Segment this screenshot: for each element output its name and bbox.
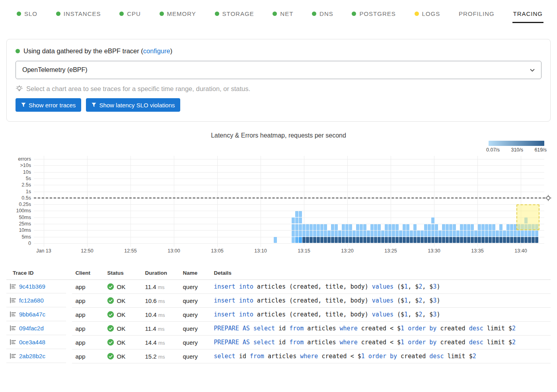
heatmap-cell — [399, 231, 402, 237]
tab-status-dot — [119, 12, 124, 16]
name-cell: query — [179, 322, 210, 336]
table-row: 9bb6a47cappOK10.4 msqueryinsert into art… — [6, 308, 551, 322]
heatmap-cell — [385, 224, 388, 230]
trace-id-link[interactable]: 0ce3a448 — [19, 339, 45, 345]
status-cell: OK — [104, 280, 142, 294]
heatmap-cell — [299, 231, 302, 237]
heatmap-cell — [446, 231, 449, 237]
heatmap-cell — [528, 237, 531, 243]
y-axis-label: 5s — [6, 175, 31, 182]
heatmap-cell — [302, 224, 306, 230]
column-header-status: Status — [104, 266, 142, 280]
trace-id-link[interactable]: fc12a680 — [19, 297, 44, 304]
tab-label: LOGS — [422, 10, 440, 17]
client-cell: app — [72, 280, 104, 294]
heatmap-cell — [349, 224, 352, 230]
status-cell: OK — [104, 322, 142, 336]
tab-label: CPU — [127, 10, 141, 17]
heatmap-cell — [299, 217, 302, 223]
heatmap-cell — [299, 237, 302, 243]
heatmap-cell — [499, 237, 502, 243]
configure-link[interactable]: configure — [143, 47, 170, 55]
tab-label: TRACING — [513, 10, 543, 17]
filter-buttons: Show error tracesShow latency SLO violat… — [16, 98, 541, 112]
heatmap-cell — [295, 211, 298, 217]
heatmap-cell — [413, 224, 417, 230]
heatmap-cell — [374, 224, 377, 230]
tab-dns[interactable]: DNS — [311, 5, 334, 23]
y-axis-label: 50ms — [6, 214, 31, 221]
heatmap-cell — [363, 224, 366, 230]
status-cell: OK — [104, 308, 142, 322]
tracer-status-text: Using data gathered by the eBPF tracer ( — [23, 47, 143, 55]
grid-line-v — [174, 156, 174, 247]
tab-cpu[interactable]: CPU — [119, 5, 142, 23]
heatmap-cell — [374, 237, 377, 243]
heatmap-cell — [335, 231, 338, 237]
heatmap-cell — [302, 231, 306, 237]
heatmap-selection[interactable] — [516, 204, 539, 230]
tab-status-dot — [160, 12, 164, 16]
heatmap-cell — [532, 237, 535, 243]
trace-id-link[interactable]: 094fac2d — [19, 325, 44, 332]
heatmap-cell — [474, 237, 477, 243]
heatmap-cell — [356, 237, 359, 243]
heatmap-cell — [306, 231, 309, 237]
x-axis-label: 13:40 — [514, 248, 527, 254]
heatmap-cell — [299, 224, 302, 230]
y-axis-label: 10ms — [6, 227, 31, 233]
tab-net[interactable]: NET — [272, 5, 294, 23]
heatmap-cell — [467, 237, 470, 243]
show-error-traces-button[interactable]: Show error traces — [16, 98, 81, 112]
heatmap-cell — [410, 237, 413, 243]
tracer-source-select[interactable]: OpenTelemetry (eBPF) — [16, 61, 541, 79]
tracer-status-dot — [16, 49, 20, 53]
tab-logs[interactable]: LOGS — [414, 5, 441, 23]
name-cell: query — [179, 308, 210, 322]
trace-icon — [10, 353, 16, 359]
x-axis-label: 13:00 — [167, 248, 180, 254]
tab-profiling[interactable]: PROFILING — [458, 5, 495, 23]
tab-slo[interactable]: SLO — [16, 5, 38, 23]
heatmap-cell — [317, 224, 320, 230]
trace-id-link[interactable]: 2ab28b2c — [19, 353, 45, 359]
heatmap-cell — [438, 237, 442, 243]
y-axis-label: 25ms — [6, 221, 31, 227]
duration-cell: 10.6 ms — [142, 294, 179, 308]
show-latency-slo-violations-button[interactable]: Show latency SLO violations — [86, 98, 180, 112]
heatmap-cell — [306, 224, 309, 230]
duration-cell: 14.4 ms — [142, 336, 179, 349]
crosshair-icon — [545, 195, 551, 201]
heatmap-cell — [403, 224, 406, 230]
x-axis-label: Jan 13 — [36, 248, 51, 254]
button-label: Show latency SLO violations — [99, 102, 175, 109]
heatmap-cell — [492, 237, 495, 243]
tab-memory[interactable]: MEMORY — [159, 5, 197, 23]
tab-postgres[interactable]: POSTGRES — [351, 5, 396, 23]
column-header-duration: Duration — [142, 266, 179, 280]
tracer-panel: Using data gathered by the eBPF tracer (… — [6, 39, 551, 122]
status-label: OK — [117, 283, 125, 290]
heatmap-cell — [367, 231, 370, 237]
heatmap-cell — [363, 231, 366, 237]
legend-min: 0.07/s — [486, 147, 500, 153]
threshold-crosshair-handle[interactable] — [545, 195, 551, 203]
latency-heatmap[interactable]: errors>10s10s5s2.5s1s0.5s0.25s100ms50ms2… — [6, 153, 551, 256]
grid-line-h — [34, 211, 544, 211]
tab-tracing[interactable]: TRACING — [512, 5, 544, 23]
tab-storage[interactable]: STORAGE — [214, 5, 255, 23]
x-axis-label: 13:05 — [211, 248, 223, 254]
tab-instances[interactable]: INSTANCES — [55, 5, 102, 23]
heatmap-cell — [428, 237, 431, 243]
status-ok-icon — [107, 311, 114, 318]
trace-id-link[interactable]: 9bb6a47c — [19, 311, 45, 318]
heatmap-cell — [521, 237, 524, 243]
x-axis-label: 13:30 — [428, 248, 440, 254]
heatmap-cell — [317, 237, 320, 243]
x-axis-label: 13:35 — [471, 248, 483, 254]
tab-bar: SLOINSTANCESCPUMEMORYSTORAGENETDNSPOSTGR… — [0, 0, 557, 28]
heatmap-cell — [331, 231, 334, 237]
heatmap-cell — [320, 237, 323, 243]
heatmap-cell — [456, 231, 460, 237]
trace-id-link[interactable]: 9c41b369 — [19, 283, 45, 290]
